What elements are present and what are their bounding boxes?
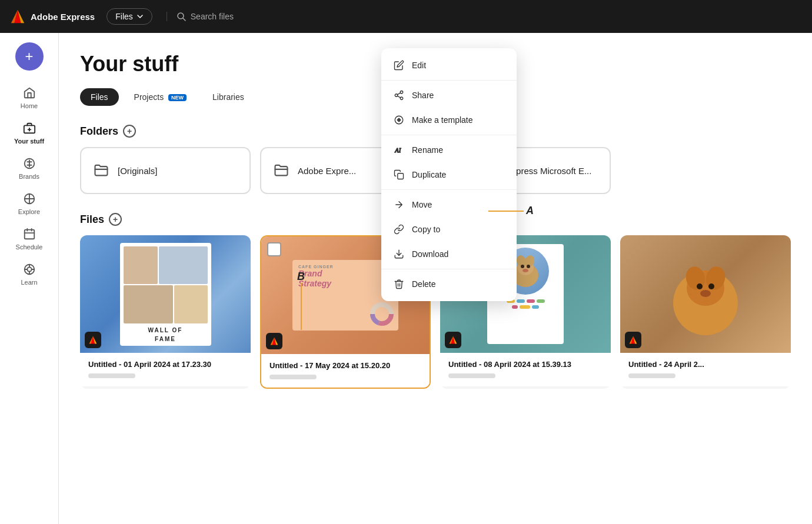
svg-text:AI: AI bbox=[394, 147, 401, 153]
folder-card-originals[interactable]: [Originals] bbox=[80, 147, 251, 194]
file-card-info-4: Untitled - 24 April 2... bbox=[620, 353, 791, 386]
sidebar-label-brands: Brands bbox=[19, 173, 39, 180]
sidebar-label-learn: Learn bbox=[21, 279, 37, 286]
svg-point-47 bbox=[700, 290, 711, 297]
file-card-info-3: Untitled - 08 April 2024 at 15.39.13 bbox=[440, 353, 611, 386]
template-icon bbox=[393, 114, 405, 126]
file-card-4[interactable]: Untitled - 24 April 2... bbox=[620, 235, 791, 389]
top-nav: Adobe Express Files Search files bbox=[0, 0, 812, 33]
adobe-badge-1 bbox=[85, 332, 101, 348]
svg-line-5 bbox=[183, 18, 185, 21]
divider-3 bbox=[381, 189, 517, 190]
sidebar: + Home Your stuff Brands Explore Schedul… bbox=[0, 33, 59, 524]
sidebar-item-learn[interactable]: Learn bbox=[6, 256, 53, 292]
duplicate-icon bbox=[393, 169, 405, 181]
file-thumb-1: WALL OF FAME bbox=[80, 235, 251, 353]
svg-line-55 bbox=[397, 93, 400, 95]
file-card-sub-3 bbox=[448, 373, 495, 378]
add-button[interactable]: + bbox=[15, 42, 44, 71]
annotation-b: B bbox=[297, 271, 305, 330]
file-card-1[interactable]: WALL OF FAME Untitled - 01 April 2024 at… bbox=[80, 235, 251, 389]
context-menu-share[interactable]: Share bbox=[381, 83, 517, 108]
dog-photo-mock bbox=[667, 250, 744, 338]
tab-files[interactable]: Files bbox=[80, 88, 119, 106]
select-checkbox-2[interactable] bbox=[267, 242, 281, 256]
sidebar-label-home: Home bbox=[21, 102, 38, 109]
delete-icon bbox=[393, 278, 405, 290]
svg-point-46 bbox=[708, 283, 714, 289]
context-delete-label: Delete bbox=[412, 279, 435, 289]
search-icon bbox=[177, 12, 186, 21]
context-menu-rename[interactable]: AI Rename bbox=[381, 138, 517, 162]
context-menu-make-template[interactable]: Make a template bbox=[381, 108, 517, 132]
annotation-b-line bbox=[301, 283, 302, 330]
edit-icon bbox=[393, 59, 405, 71]
schedule-icon bbox=[22, 227, 36, 241]
svg-rect-59 bbox=[398, 173, 404, 179]
context-copy-to-label: Copy to bbox=[412, 225, 440, 234]
folders-title: Folders bbox=[80, 125, 118, 138]
divider-2 bbox=[381, 135, 517, 135]
explore-icon bbox=[22, 192, 36, 206]
sidebar-item-your-stuff[interactable]: Your stuff bbox=[6, 115, 53, 151]
context-rename-label: Rename bbox=[412, 145, 443, 155]
svg-point-45 bbox=[697, 283, 703, 289]
box-icon bbox=[22, 121, 36, 135]
svg-point-35 bbox=[521, 265, 524, 268]
search-bar[interactable]: Search files bbox=[167, 12, 234, 21]
learn-icon bbox=[22, 262, 36, 276]
search-placeholder: Search files bbox=[191, 12, 234, 21]
context-menu: Edit Share Make a template AI Rename Dup… bbox=[381, 48, 517, 301]
file-thumb-4 bbox=[620, 235, 791, 353]
app-name: Adobe Express bbox=[31, 12, 95, 22]
add-file-button[interactable]: + bbox=[109, 213, 122, 226]
context-menu-edit[interactable]: Edit bbox=[381, 53, 517, 78]
context-download-label: Download bbox=[412, 249, 448, 259]
svg-point-36 bbox=[527, 265, 530, 268]
logo-area: Adobe Express bbox=[9, 8, 95, 25]
context-share-label: Share bbox=[412, 91, 434, 100]
adobe-badge-2 bbox=[266, 333, 282, 349]
rename-icon: AI bbox=[393, 144, 405, 156]
annotation-a-label: A bbox=[526, 205, 534, 217]
sidebar-item-brands[interactable]: Brands bbox=[6, 151, 53, 186]
divider-1 bbox=[381, 80, 517, 81]
adobe-badge-3 bbox=[445, 332, 461, 348]
context-edit-label: Edit bbox=[412, 61, 426, 70]
context-menu-download[interactable]: Download bbox=[381, 242, 517, 266]
add-folder-button[interactable]: + bbox=[123, 125, 136, 138]
file-card-sub-2 bbox=[269, 375, 317, 379]
sidebar-item-home[interactable]: Home bbox=[6, 80, 53, 115]
svg-point-37 bbox=[523, 269, 528, 272]
sidebar-item-schedule[interactable]: Schedule bbox=[6, 221, 53, 256]
folder-name-originals: [Originals] bbox=[118, 166, 158, 176]
svg-point-16 bbox=[27, 267, 31, 271]
context-menu-duplicate[interactable]: Duplicate bbox=[381, 162, 517, 187]
move-icon bbox=[393, 199, 405, 211]
file-card-title-4: Untitled - 24 April 2... bbox=[628, 360, 783, 369]
annotation-b-label: B bbox=[297, 271, 305, 283]
files-title: Files bbox=[80, 213, 104, 226]
chevron-down-icon bbox=[137, 13, 144, 20]
folder-name-adobe-expre: Adobe Expre... bbox=[298, 166, 356, 176]
download-icon bbox=[393, 248, 405, 260]
tab-projects[interactable]: Projects NEW bbox=[124, 88, 197, 106]
adobe-logo-icon bbox=[9, 8, 26, 25]
tab-libraries[interactable]: Libraries bbox=[202, 88, 255, 106]
context-menu-copy-to[interactable]: Copy to bbox=[381, 217, 517, 242]
sidebar-label-your-stuff: Your stuff bbox=[14, 138, 44, 145]
home-icon bbox=[22, 86, 36, 100]
sidebar-item-explore[interactable]: Explore bbox=[6, 186, 53, 221]
brand-chart bbox=[370, 302, 394, 326]
svg-line-54 bbox=[397, 96, 400, 98]
file-card-info-2: Untitled - 17 May 2024 at 15.20.20 bbox=[261, 354, 430, 388]
file-card-title-1: Untitled - 01 April 2024 at 17.23.30 bbox=[88, 360, 242, 369]
folder-icon bbox=[93, 162, 109, 180]
context-menu-delete[interactable]: Delete bbox=[381, 272, 517, 296]
brands-icon bbox=[22, 156, 36, 171]
annotation-a: A bbox=[488, 205, 534, 217]
context-move-label: Move bbox=[412, 200, 432, 209]
files-dropdown[interactable]: Files bbox=[107, 8, 152, 25]
new-badge: NEW bbox=[168, 94, 187, 101]
adobe-badge-4 bbox=[625, 332, 641, 348]
